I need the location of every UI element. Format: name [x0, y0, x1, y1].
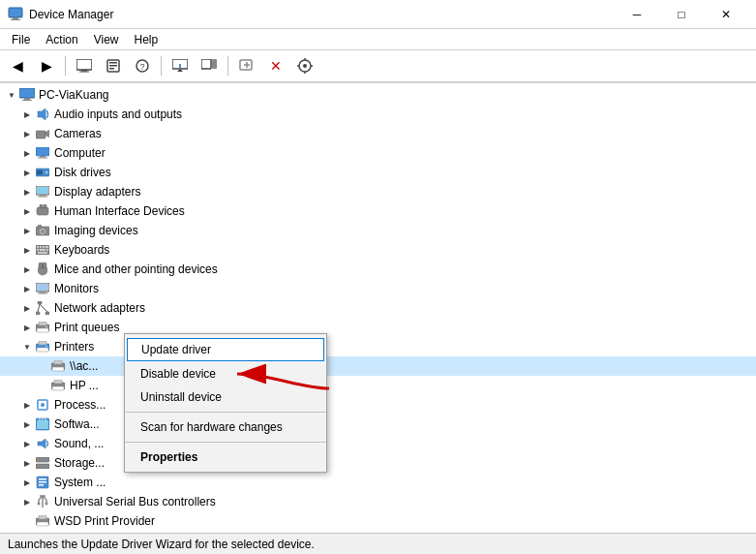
svg-line-61	[38, 304, 40, 312]
list-item[interactable]: ▶ Audio inputs and outputs	[0, 105, 756, 124]
root-chevron: ▼	[4, 87, 19, 103]
svg-rect-51	[39, 262, 43, 268]
list-item[interactable]: ▶ Mice and other pointing devices	[0, 260, 756, 279]
svg-rect-14	[201, 59, 211, 69]
svg-point-87	[46, 459, 48, 461]
item-label: Cameras	[54, 127, 102, 140]
title-bar: Device Manager ─ □ ✕	[0, 0, 756, 29]
svg-rect-27	[38, 157, 47, 158]
menu-view[interactable]: View	[86, 31, 127, 48]
list-item[interactable]: ▶ Disk drives	[0, 163, 756, 182]
toolbar-back[interactable]: ◀	[4, 53, 31, 78]
list-item[interactable]: ▼ Printers	[0, 337, 756, 356]
menu-bar: File Action View Help	[0, 29, 756, 50]
chevron-icon: ▶	[19, 494, 35, 509]
context-menu-disable-device[interactable]: Disable device	[125, 362, 326, 385]
svg-rect-39	[38, 225, 42, 227]
list-item[interactable]: ▶ Display adapters	[0, 182, 756, 201]
list-item[interactable]: \\ac...	[0, 356, 756, 376]
imaging-icon	[35, 223, 50, 238]
svg-rect-5	[79, 72, 89, 73]
minimize-button[interactable]: ─	[615, 0, 659, 29]
menu-file[interactable]: File	[4, 31, 38, 48]
list-item[interactable]: ▶ Universal Serial Bus controllers	[0, 492, 756, 511]
list-item[interactable]: ▶ Human Interface Devices	[0, 201, 756, 221]
svg-rect-36	[40, 204, 43, 208]
list-item[interactable]: ▶ Cameras	[0, 124, 756, 143]
item-label: Network adapters	[54, 301, 145, 315]
svg-rect-35	[37, 207, 48, 215]
svg-rect-21	[22, 100, 32, 101]
item-label: Human Interface Devices	[54, 204, 185, 218]
toolbar-device-view[interactable]	[196, 53, 223, 78]
toolbar-update-driver[interactable]	[166, 53, 194, 78]
list-item[interactable]: HP ...	[0, 376, 756, 395]
svg-rect-37	[44, 204, 46, 208]
storage-icon	[35, 455, 50, 471]
device-tree[interactable]: ▼ PC-ViaKuang ▶ Audio inputs and outputs…	[0, 83, 756, 533]
toolbar-help[interactable]: ?	[129, 53, 156, 78]
svg-rect-69	[37, 348, 48, 352]
svg-point-18	[303, 64, 307, 68]
toolbar-computer[interactable]	[71, 53, 98, 78]
toolbar-remove[interactable]: ✕	[262, 53, 289, 78]
svg-rect-32	[40, 195, 45, 197]
chevron-icon: ▶	[19, 145, 35, 161]
list-item[interactable]: ▶ Network adapters	[0, 298, 756, 318]
printers-icon	[35, 339, 50, 354]
svg-line-62	[40, 304, 47, 312]
chevron-icon	[19, 513, 35, 529]
printer-child-icon	[50, 358, 66, 374]
item-label: Audio inputs and outputs	[54, 108, 182, 121]
chevron-icon	[35, 358, 50, 374]
svg-rect-65	[37, 328, 48, 332]
list-item[interactable]: ▶ Imaging devices	[0, 221, 756, 240]
toolbar-sep-3	[227, 56, 228, 76]
list-item[interactable]: ▶ Print queues	[0, 318, 756, 337]
menu-help[interactable]: Help	[127, 31, 166, 48]
tree-root[interactable]: ▼ PC-ViaKuang	[0, 85, 756, 105]
chevron-icon: ▶	[19, 300, 35, 316]
system-icon	[35, 475, 50, 490]
list-item[interactable]: ▶ System ...	[0, 473, 756, 492]
context-menu-update-driver[interactable]: Update driver	[127, 338, 324, 361]
list-item[interactable]: ▶ Storage...	[0, 453, 756, 473]
close-button[interactable]: ✕	[704, 0, 748, 29]
list-item[interactable]: ▶ Process...	[0, 395, 756, 415]
svg-rect-2	[11, 19, 20, 20]
svg-rect-90	[39, 478, 46, 480]
svg-rect-59	[36, 312, 40, 315]
list-item[interactable]: ▶ Sound, ...	[0, 434, 756, 453]
svg-rect-34	[37, 187, 48, 194]
item-label: Printers	[54, 340, 94, 354]
list-item[interactable]: WSD Print Provider	[0, 511, 756, 531]
svg-rect-9	[109, 68, 114, 70]
item-label: Storage...	[54, 456, 105, 470]
item-label: Process...	[54, 398, 106, 412]
svg-rect-72	[54, 360, 62, 364]
svg-rect-73	[52, 367, 64, 371]
toolbar: ◀ ▶ ? ✕	[0, 50, 756, 83]
svg-rect-20	[24, 98, 30, 100]
list-item[interactable]: ▶ Softwa...	[0, 415, 756, 434]
maximize-button[interactable]: □	[659, 0, 704, 29]
svg-rect-91	[39, 481, 46, 483]
context-menu-properties[interactable]: Properties	[125, 446, 326, 469]
svg-rect-44	[43, 246, 45, 248]
toolbar-forward[interactable]: ▶	[33, 53, 60, 78]
context-menu-scan-changes[interactable]: Scan for hardware changes	[125, 416, 326, 439]
menu-action[interactable]: Action	[38, 31, 85, 48]
camera-icon	[35, 126, 50, 141]
list-item[interactable]: ▶ Monitors	[0, 279, 756, 298]
list-item[interactable]: ▶ Computer	[0, 143, 756, 163]
context-menu-uninstall-device[interactable]: Uninstall device	[125, 385, 326, 409]
toolbar-add[interactable]	[233, 53, 260, 78]
toolbar-properties[interactable]	[100, 53, 127, 78]
svg-rect-8	[109, 65, 117, 67]
toolbar-scan[interactable]	[291, 53, 318, 78]
audio-icon	[35, 107, 50, 122]
root-icon	[19, 87, 35, 103]
svg-rect-46	[37, 249, 39, 251]
list-item[interactable]: ▶ Keyboards	[0, 240, 756, 260]
svg-point-78	[41, 403, 45, 407]
